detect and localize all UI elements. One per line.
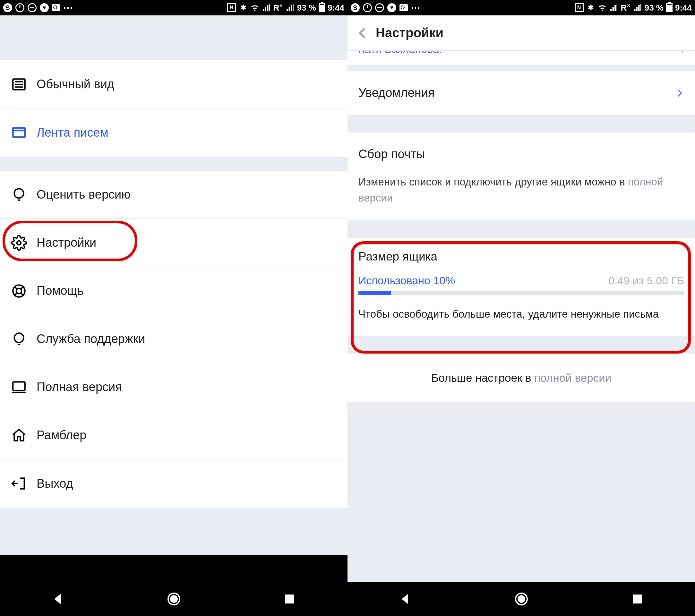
actions-group: Оценить версию Настройки Помощь Служба xyxy=(0,171,348,508)
more-settings-row: Больше настроек в полной версии xyxy=(348,354,695,402)
account-row-partial[interactable]: Катя Бакланова. › xyxy=(348,51,695,66)
svg-rect-24 xyxy=(633,595,642,603)
menu-item-logout[interactable]: Выход xyxy=(0,459,348,508)
menu-item-label: Лента писем xyxy=(37,126,108,140)
left-content: Обычный вид Лента писем Оценить версию xyxy=(0,15,348,582)
page-title: Настройки xyxy=(376,26,443,40)
home-button[interactable] xyxy=(166,591,182,607)
svg-point-23 xyxy=(518,596,525,602)
status-bar: S N R× 93 % 9:44 xyxy=(348,0,695,15)
mail-collection-row[interactable]: Сбор почты xyxy=(348,133,695,171)
svg-line-12 xyxy=(21,286,23,289)
svg-point-20 xyxy=(171,596,177,602)
svg-line-13 xyxy=(14,293,17,295)
more-notifications-icon xyxy=(411,3,420,12)
alarm-icon xyxy=(15,3,24,12)
dnd-icon xyxy=(375,3,384,12)
signal-2-icon xyxy=(633,3,642,12)
home-icon xyxy=(11,427,27,443)
mailbox-size-section: Размер ящика Использовано 10% 0.49 из 5.… xyxy=(348,238,695,336)
battery-percent: 93 % xyxy=(297,3,316,13)
menu-item-label: Оценить версию xyxy=(37,188,131,202)
card-icon xyxy=(11,124,27,140)
menu-item-full-version[interactable]: Полная версия xyxy=(0,363,348,411)
wifi-icon xyxy=(598,3,607,12)
right-content: Катя Бакланова. › Уведомления Сбор почты… xyxy=(348,51,695,582)
svg-line-14 xyxy=(21,293,23,295)
svg-point-6 xyxy=(14,189,23,198)
menu-item-rambler[interactable]: Рамблер xyxy=(0,411,348,459)
usage-hint: Чтобы освободить больше места, удалите н… xyxy=(358,306,684,322)
back-button[interactable] xyxy=(50,591,66,607)
menu-item-label: Служба поддержки xyxy=(37,332,145,346)
menu-item-support[interactable]: Служба поддержки xyxy=(0,315,348,363)
signal-icon xyxy=(262,3,271,12)
lifebuoy-icon xyxy=(11,283,27,299)
signal-2-icon xyxy=(286,3,294,12)
more-settings-text: Больше настроек в xyxy=(431,372,535,384)
android-nav xyxy=(348,582,695,616)
gear-icon xyxy=(11,235,27,251)
home-button[interactable] xyxy=(514,591,529,607)
usage-row: Использовано 10% 0.49 из 5.00 ГБ xyxy=(358,274,684,287)
photo-icon xyxy=(52,4,60,11)
logout-icon xyxy=(11,476,27,492)
menu-item-settings[interactable]: Настройки xyxy=(0,219,348,267)
photo-icon xyxy=(400,4,408,11)
hint-text: Изменить список и подключить другие ящик… xyxy=(358,176,628,188)
section-title: Размер ящика xyxy=(358,250,684,263)
menu-item-label: Помощь xyxy=(37,284,84,298)
clock-time: 9:44 xyxy=(675,3,692,13)
phone-left: S N R× 93 % 9:44 xyxy=(0,0,348,616)
menu-item-label: Рамблер xyxy=(37,428,86,442)
heart-app-icon xyxy=(387,3,396,12)
menu-item-label: Полная версия xyxy=(37,380,122,394)
battery-percent: 93 % xyxy=(645,3,664,13)
menu-item-rate[interactable]: Оценить версию xyxy=(0,171,348,219)
settings-header: Настройки xyxy=(348,15,695,51)
battery-icon xyxy=(666,3,673,12)
svg-point-10 xyxy=(16,288,22,294)
svg-line-11 xyxy=(14,286,17,289)
roaming-label: R× xyxy=(621,3,630,13)
svg-rect-17 xyxy=(13,382,25,391)
recents-button[interactable] xyxy=(629,591,645,607)
bulb-icon xyxy=(11,187,27,203)
dnd-icon xyxy=(28,3,37,12)
chevron-right-icon xyxy=(675,88,684,98)
skype-icon: S xyxy=(3,3,12,12)
usage-used-label: Использовано 10% xyxy=(358,274,455,287)
back-button[interactable] xyxy=(398,591,413,607)
bluetooth-icon xyxy=(586,3,595,12)
menu-item-help[interactable]: Помощь xyxy=(0,267,348,315)
svg-rect-21 xyxy=(285,595,294,603)
notifications-row[interactable]: Уведомления xyxy=(348,71,695,115)
roaming-label: R× xyxy=(273,3,283,13)
battery-icon xyxy=(319,3,325,12)
row-label: Уведомления xyxy=(358,86,435,100)
signal-icon xyxy=(609,3,618,12)
usage-total-label: 0.49 из 5.00 ГБ xyxy=(608,274,684,287)
back-button[interactable] xyxy=(356,26,370,40)
nfc-icon: N xyxy=(227,3,236,12)
full-version-link[interactable]: полной версии xyxy=(534,372,611,384)
svg-point-8 xyxy=(17,241,21,245)
chevron-right-icon: › xyxy=(681,51,684,56)
chat-icon xyxy=(11,331,27,347)
nfc-icon: N xyxy=(575,3,584,12)
usage-bar-fill xyxy=(358,291,391,295)
mail-collection-hint: Изменить список и подключить другие ящик… xyxy=(348,171,695,220)
status-bar: S N R× 93 % 9:44 xyxy=(0,0,348,15)
svg-rect-4 xyxy=(13,128,25,137)
phone-right: S N R× 93 % 9:44 xyxy=(348,0,695,616)
heart-app-icon xyxy=(40,3,49,12)
alarm-icon xyxy=(363,3,372,12)
usage-bar xyxy=(358,291,684,295)
menu-item-label: Настройки xyxy=(37,236,96,250)
bluetooth-icon xyxy=(239,3,248,12)
menu-item-feed-view[interactable]: Лента писем xyxy=(0,108,348,157)
android-nav xyxy=(0,582,348,616)
skype-icon: S xyxy=(351,3,360,12)
recents-button[interactable] xyxy=(282,591,298,607)
menu-item-normal-view[interactable]: Обычный вид xyxy=(0,60,348,108)
